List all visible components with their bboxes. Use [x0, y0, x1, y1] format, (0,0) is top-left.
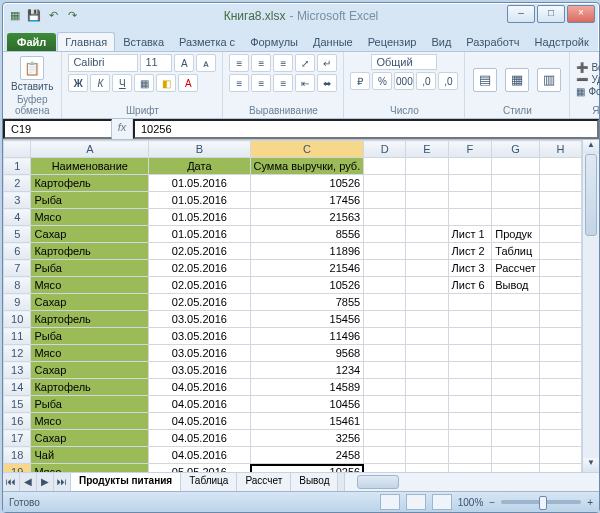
inc-decimal-icon[interactable]: ,0 — [416, 72, 436, 90]
cell-name[interactable]: Рыба — [31, 328, 149, 345]
cell-name[interactable]: Мясо — [31, 464, 149, 473]
zoom-out-button[interactable]: − — [489, 497, 495, 508]
cell-date[interactable]: 03.05.2016 — [149, 328, 250, 345]
cell[interactable] — [364, 243, 406, 260]
cell-sum[interactable]: 7855 — [250, 294, 364, 311]
cell[interactable] — [364, 192, 406, 209]
cell[interactable] — [364, 464, 406, 473]
cell[interactable] — [539, 379, 581, 396]
tab-надстройк[interactable]: Надстройк — [528, 33, 596, 51]
sheet-tab[interactable]: Рассчет — [237, 473, 291, 491]
cell[interactable] — [406, 294, 448, 311]
vertical-scrollbar[interactable]: ▲ ▼ — [582, 140, 599, 472]
sheet-tab[interactable]: Вывод — [291, 473, 338, 491]
cell[interactable] — [364, 226, 406, 243]
cell-sum[interactable]: 9568 — [250, 345, 364, 362]
cell-date[interactable]: 04.05.2016 — [149, 430, 250, 447]
cell[interactable] — [406, 243, 448, 260]
cell[interactable] — [406, 226, 448, 243]
cell-sum[interactable]: 15456 — [250, 311, 364, 328]
cell-name[interactable]: Мясо — [31, 345, 149, 362]
tab-файл[interactable]: Файл — [7, 33, 56, 51]
row-header[interactable]: 4 — [4, 209, 31, 226]
row-header[interactable]: 2 — [4, 175, 31, 192]
zoom-slider[interactable] — [501, 500, 581, 504]
cell[interactable] — [406, 430, 448, 447]
table-format-icon[interactable]: ▦ — [503, 66, 531, 94]
comma-icon[interactable]: 000 — [394, 72, 414, 90]
cell[interactable] — [539, 260, 581, 277]
shrink-font-icon[interactable]: ᴀ — [196, 54, 216, 72]
cell-date[interactable]: 02.05.2016 — [149, 260, 250, 277]
cond-format-icon[interactable]: ▤ — [471, 66, 499, 94]
cell-date[interactable]: 02.05.2016 — [149, 277, 250, 294]
sheet-tab[interactable]: Продукты питания — [71, 473, 181, 491]
cell[interactable] — [364, 447, 406, 464]
align-center-icon[interactable]: ≡ — [251, 74, 271, 92]
cell[interactable] — [406, 464, 448, 473]
percent-icon[interactable]: % — [372, 72, 392, 90]
cell[interactable] — [364, 345, 406, 362]
cell[interactable] — [539, 277, 581, 294]
cell[interactable]: Таблиц — [492, 243, 540, 260]
fx-icon[interactable]: fx — [112, 119, 133, 139]
cell[interactable]: Вывод — [492, 277, 540, 294]
col-header-D[interactable]: D — [364, 141, 406, 158]
scroll-up-icon[interactable]: ▲ — [583, 140, 599, 154]
spreadsheet-grid[interactable]: ABCDEFGH1НаименованиеДатаСумма выручки, … — [3, 140, 582, 472]
cell[interactable] — [492, 362, 540, 379]
cell-date[interactable]: 01.05.2016 — [149, 192, 250, 209]
tab-главная[interactable]: Главная — [57, 32, 115, 51]
pagebreak-view-button[interactable] — [432, 494, 452, 510]
cell[interactable] — [406, 175, 448, 192]
cell[interactable] — [364, 277, 406, 294]
cell[interactable] — [406, 379, 448, 396]
cell[interactable]: Продук — [492, 226, 540, 243]
align-top-icon[interactable]: ≡ — [229, 54, 249, 72]
cell[interactable] — [539, 226, 581, 243]
name-box[interactable] — [3, 119, 112, 139]
sheet-first-icon[interactable]: ⏮ — [3, 473, 20, 491]
cell-sum[interactable]: 2458 — [250, 447, 364, 464]
cell[interactable] — [364, 328, 406, 345]
cell-date[interactable]: 03.05.2016 — [149, 345, 250, 362]
cell[interactable] — [364, 430, 406, 447]
cell[interactable] — [492, 192, 540, 209]
cell[interactable] — [539, 396, 581, 413]
cell-date[interactable]: 02.05.2016 — [149, 243, 250, 260]
cell[interactable] — [406, 396, 448, 413]
merge-icon[interactable]: ⬌ — [317, 74, 337, 92]
cell-date[interactable]: 04.05.2016 — [149, 379, 250, 396]
row-header[interactable]: 3 — [4, 192, 31, 209]
cell[interactable]: Рассчет — [492, 260, 540, 277]
row-header[interactable]: 11 — [4, 328, 31, 345]
cell-date[interactable]: 04.05.2016 — [149, 447, 250, 464]
cell[interactable] — [406, 345, 448, 362]
cell-name[interactable]: Картофель — [31, 175, 149, 192]
cell-name[interactable]: Картофель — [31, 311, 149, 328]
col-header-H[interactable]: H — [539, 141, 581, 158]
row-header[interactable]: 9 — [4, 294, 31, 311]
cell-name[interactable]: Рыба — [31, 192, 149, 209]
cell-name[interactable]: Картофель — [31, 243, 149, 260]
cell-date[interactable]: 01.05.2016 — [149, 226, 250, 243]
header-date[interactable]: Дата — [149, 158, 250, 175]
row-header[interactable]: 12 — [4, 345, 31, 362]
cell[interactable] — [539, 430, 581, 447]
cell[interactable] — [364, 294, 406, 311]
maximize-button[interactable]: □ — [537, 5, 565, 23]
row-header[interactable]: 16 — [4, 413, 31, 430]
cell[interactable] — [539, 362, 581, 379]
grow-font-icon[interactable]: A — [174, 54, 194, 72]
tab-формулы[interactable]: Формулы — [243, 33, 305, 51]
cell-sum[interactable]: 3256 — [250, 430, 364, 447]
cell[interactable] — [539, 413, 581, 430]
tab-разработч[interactable]: Разработч — [459, 33, 526, 51]
cell[interactable] — [406, 362, 448, 379]
align-left-icon[interactable]: ≡ — [229, 74, 249, 92]
close-button[interactable]: × — [567, 5, 595, 23]
cell[interactable] — [364, 396, 406, 413]
cell-sum[interactable]: 15461 — [250, 413, 364, 430]
font-color-button[interactable]: A — [178, 74, 198, 92]
cell-date[interactable]: 03.05.2016 — [149, 311, 250, 328]
